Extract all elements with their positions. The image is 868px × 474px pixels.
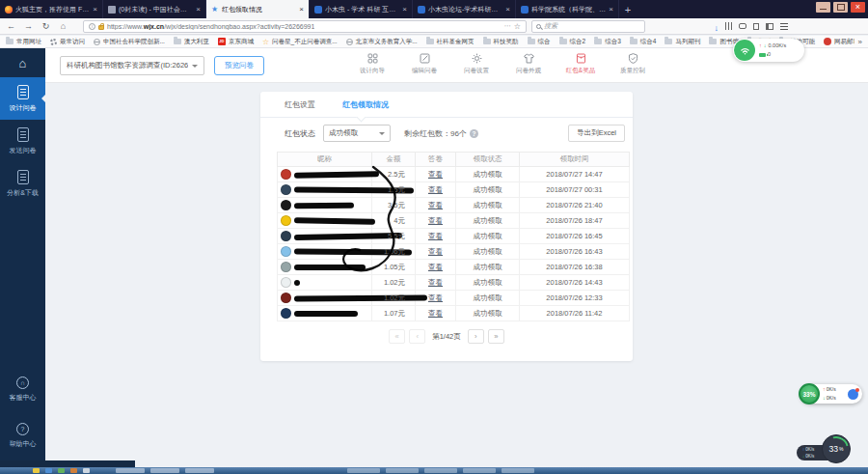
- sidebar-item[interactable]: 发送问卷: [0, 120, 45, 162]
- bookmark-item[interactable]: 综合3: [594, 38, 621, 46]
- browser-tab[interactable]: (0封未读) - 中国社会科学院 ×: [103, 0, 206, 18]
- browser-tab[interactable]: 红包领取情况 ×: [206, 0, 310, 18]
- chat-icon[interactable]: [739, 23, 746, 29]
- bookmark-item[interactable]: 社科基金网页: [426, 38, 475, 46]
- bookmark-item[interactable]: 问卷星_不止问卷调查...: [262, 38, 338, 46]
- minimize-button[interactable]: [816, 2, 830, 13]
- maximize-button[interactable]: [833, 2, 848, 13]
- taskbar-app-button[interactable]: [185, 468, 214, 473]
- header-nav-item[interactable]: 红包&奖品: [560, 52, 601, 75]
- sidebar-footer-item[interactable]: 帮助中心: [0, 415, 45, 456]
- memory-speed-widget[interactable]: 33% 0K/s 0K/s: [800, 384, 862, 404]
- browser-tab[interactable]: 小木虫 - 学术 科研 互动社区 ×: [310, 0, 413, 18]
- usage-percent-badge[interactable]: 33%: [822, 434, 851, 463]
- bookmark-item[interactable]: 北京市义务教育入学...: [346, 38, 418, 46]
- bookmarks-overflow-button[interactable]: »: [854, 36, 868, 47]
- taskbar-app-button[interactable]: [150, 468, 179, 473]
- bookmark-item[interactable]: 综合2: [559, 38, 586, 46]
- bookmark-star-icon[interactable]: [514, 22, 521, 31]
- bookmark-icon: [346, 39, 353, 45]
- view-answer-link[interactable]: 查看: [428, 216, 443, 225]
- tab-red-packet-claims[interactable]: 红包领取情况: [342, 99, 389, 110]
- tab-close-icon[interactable]: ×: [505, 5, 510, 14]
- status-filter-select[interactable]: 成功领取: [323, 125, 391, 142]
- help-icon[interactable]: [470, 129, 478, 138]
- view-answer-link[interactable]: 查看: [428, 263, 443, 271]
- first-page-button[interactable]: «: [389, 329, 405, 344]
- bookmark-item[interactable]: 中国社会科学院创新...: [94, 38, 165, 46]
- tab-close-icon[interactable]: ×: [609, 5, 613, 14]
- bookmark-item[interactable]: 综合4: [630, 38, 657, 46]
- sidebar-toggle-icon[interactable]: [766, 23, 773, 30]
- view-answer-link[interactable]: 查看: [428, 201, 443, 209]
- browser-tab[interactable]: 火狐主页，推荐使用 Firefox 浏... ×: [0, 0, 103, 18]
- bookmark-item[interactable]: 澳大利亚: [174, 38, 209, 46]
- download-icon[interactable]: [715, 17, 719, 35]
- header-nav-item[interactable]: 设计向导: [352, 52, 393, 75]
- search-input[interactable]: 搜索: [531, 20, 645, 33]
- tab-close-icon[interactable]: ×: [196, 5, 201, 14]
- taskbar-icon[interactable]: [70, 468, 77, 473]
- tab-red-packet-settings[interactable]: 红包设置: [285, 99, 315, 110]
- header-nav-item[interactable]: 质量控制: [612, 52, 653, 75]
- tab-close-icon[interactable]: ×: [93, 5, 97, 14]
- taskbar-icon[interactable]: [58, 468, 65, 473]
- header-nav-item[interactable]: 编辑问卷: [404, 52, 445, 75]
- tab-close-icon[interactable]: ×: [402, 5, 407, 14]
- taskbar-icon[interactable]: [83, 468, 90, 473]
- home-icon[interactable]: [0, 48, 45, 77]
- taskbar-app-button[interactable]: [347, 468, 380, 473]
- prev-page-button[interactable]: ‹: [409, 329, 425, 344]
- taskbar-app-button[interactable]: [116, 468, 145, 473]
- new-tab-button[interactable]: +: [619, 0, 637, 18]
- bookmark-item[interactable]: 常用网址: [6, 38, 41, 46]
- page-actions-icon[interactable]: [504, 22, 511, 30]
- status-cell: 成功领取: [456, 182, 520, 198]
- home-button[interactable]: [57, 19, 69, 34]
- sidebar-item[interactable]: 设计问卷: [0, 77, 45, 120]
- survey-select[interactable]: 科研机构图书馆数字资源调查(ID:26266...: [60, 56, 204, 75]
- sidebar-footer-item[interactable]: 客服中心: [0, 369, 45, 409]
- view-answer-link[interactable]: 查看: [428, 185, 443, 194]
- header-nav-item[interactable]: 问卷外观: [508, 52, 549, 75]
- address-bar[interactable]: https://www.wjx.cn/wjx/design/sendhongba…: [83, 20, 527, 33]
- close-button[interactable]: [851, 2, 865, 13]
- taskbar-app-button[interactable]: [502, 468, 534, 473]
- sidebar-item[interactable]: 分析&下载: [0, 162, 45, 205]
- view-answer-link[interactable]: 查看: [428, 247, 443, 256]
- forward-button[interactable]: [22, 19, 35, 34]
- accelerator-icon[interactable]: [848, 389, 858, 400]
- tab-close-icon[interactable]: ×: [299, 5, 304, 14]
- library-icon[interactable]: [725, 22, 732, 30]
- export-excel-button[interactable]: 导出到Excel: [568, 125, 625, 142]
- status-cell: 成功领取: [456, 229, 520, 244]
- preview-survey-button[interactable]: 预览问卷: [214, 56, 264, 75]
- back-button[interactable]: [5, 19, 17, 34]
- view-answer-link[interactable]: 查看: [428, 309, 443, 318]
- view-answer-link[interactable]: 查看: [428, 278, 443, 287]
- wifi-speed-widget[interactable]: 0.00K/s 0: [733, 39, 804, 62]
- bookmark-item[interactable]: 综合: [528, 38, 551, 46]
- taskbar-app-button[interactable]: [424, 468, 457, 473]
- taskbar-icon[interactable]: [33, 468, 40, 473]
- menu-icon[interactable]: [780, 23, 788, 30]
- last-page-button[interactable]: »: [488, 329, 504, 344]
- bookmark-item[interactable]: 京东商城: [218, 38, 254, 46]
- clipper-icon[interactable]: [753, 23, 759, 30]
- taskbar-icon[interactable]: [45, 468, 52, 473]
- bookmark-item[interactable]: 科技奖励: [483, 38, 519, 46]
- view-answer-link[interactable]: 查看: [428, 170, 443, 179]
- info-icon[interactable]: [89, 23, 95, 30]
- view-answer-link[interactable]: 查看: [428, 232, 443, 240]
- browser-tab[interactable]: 小木虫论坛-学术科研互动平台 ×: [413, 0, 516, 18]
- taskbar-app-button[interactable]: [463, 468, 496, 473]
- view-answer-link[interactable]: 查看: [428, 293, 443, 302]
- next-page-button[interactable]: ›: [468, 329, 484, 344]
- bookmark-item[interactable]: 最常访问: [50, 38, 85, 46]
- bookmark-item[interactable]: 马列期刊: [665, 38, 700, 46]
- taskbar-app-button[interactable]: [386, 468, 419, 473]
- browser-tab[interactable]: 科学院系统（科学院、社科院... ×: [516, 0, 619, 18]
- header-nav-item[interactable]: 问卷设置: [456, 52, 497, 75]
- chevron-down-icon: [192, 65, 198, 70]
- reload-button[interactable]: [40, 19, 52, 34]
